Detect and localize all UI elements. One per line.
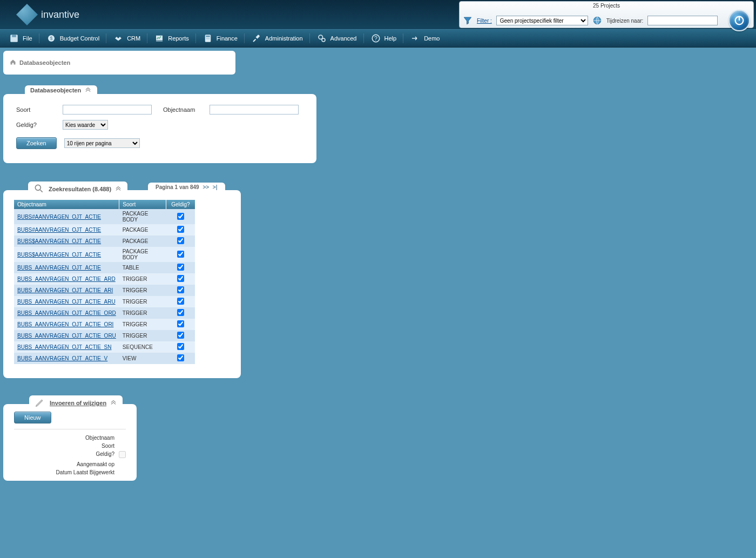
menu-demo[interactable]: Demo [403, 30, 446, 47]
svg-point-15 [322, 38, 325, 42]
edit-label-updated: Datum Laatst Bijgewerkt [14, 469, 114, 475]
rows-per-page-select[interactable]: 10 rijen per pagina [64, 138, 140, 148]
edit-label-created: Aangemaakt op [14, 461, 114, 467]
table-row: BUBS_AANVRAGEN_OJT_ACTIE_ARUTRIGGER [14, 296, 195, 307]
valid-checkbox [177, 320, 184, 327]
time-travel-input[interactable] [647, 16, 718, 25]
filter-panel: Databaseobjecten Soort Objectnaam Geldig… [3, 94, 316, 163]
type-cell: TRIGGER [119, 307, 166, 319]
power-button[interactable] [728, 10, 750, 31]
valid-checkbox [177, 298, 184, 305]
wrench-icon [251, 33, 262, 44]
collapse-icon[interactable] [85, 87, 91, 93]
object-link[interactable]: BUBS$AANVRAGEN_OJT_ACTIE [17, 238, 101, 244]
menu-file[interactable]: File [2, 30, 39, 47]
page-info: Pagina 1 van 849 [156, 184, 199, 190]
table-row: BUBS$AANVRAGEN_OJT_ACTIEPACKAGE [14, 236, 195, 247]
results-title: Zoekresultaten (8.488) [49, 186, 111, 192]
calculator-icon [202, 33, 213, 44]
object-link[interactable]: BUBS_AANVRAGEN_OJT_ACTIE_ORD [17, 310, 116, 316]
logo-icon [16, 4, 38, 25]
table-row: BUBS_AANVRAGEN_OJT_ACTIETABLE [14, 262, 195, 273]
results-table: Objectnaam Soort Geldig? BUBS#AANVRAGEN_… [14, 200, 195, 364]
menu-finance[interactable]: Finance [196, 30, 244, 47]
project-count: 25 Projects [463, 3, 750, 10]
page-next[interactable]: >> [202, 184, 209, 190]
search-button[interactable]: Zoeken [16, 137, 57, 149]
object-link[interactable]: BUBS_AANVRAGEN_OJT_ACTIE [17, 265, 101, 271]
valid-checkbox [177, 213, 184, 220]
svg-rect-4 [12, 35, 16, 37]
project-filter-select[interactable]: Geen projectspecifiek filter [496, 16, 588, 25]
col-objectnaam[interactable]: Objectnaam [14, 200, 119, 209]
edit-label-objectnaam: Objectnaam [14, 435, 114, 441]
input-objectnaam[interactable] [210, 105, 299, 115]
filter-panel-tab[interactable]: Databaseobjecten [25, 85, 97, 95]
valid-checkbox [177, 251, 184, 258]
object-link[interactable]: BUBS_AANVRAGEN_OJT_ACTIE_ORU [17, 333, 116, 339]
table-row: BUBS_AANVRAGEN_OJT_ACTIE_VVIEW [14, 353, 195, 364]
menu-label: Budget Control [60, 35, 99, 42]
object-link[interactable]: BUBS_AANVRAGEN_OJT_ACTIE_SN [17, 344, 112, 350]
menu-label: CRM [127, 35, 140, 42]
results-panel: Zoekresultaten (8.488) Pagina 1 van 849 … [3, 190, 241, 378]
arrow-icon [410, 33, 421, 44]
menu-crm[interactable]: CRM [106, 30, 147, 47]
menu-reports[interactable]: Reports [147, 30, 195, 47]
valid-checkbox [177, 332, 184, 339]
input-soort[interactable] [63, 105, 152, 115]
table-row: BUBS#AANVRAGEN_OJT_ACTIEPACKAGE BODY [14, 209, 195, 224]
menu-label: Administration [265, 35, 303, 42]
menu-label: Demo [424, 35, 440, 42]
page-last[interactable]: >| [213, 184, 218, 190]
menu-help[interactable]: ? Help [364, 30, 403, 47]
svg-text:?: ? [374, 35, 377, 42]
type-cell: TRIGGER [119, 330, 166, 341]
label-soort: Soort [16, 106, 54, 113]
results-panel-tab[interactable]: Zoekresultaten (8.488) [28, 181, 127, 197]
object-link[interactable]: BUBS_AANVRAGEN_OJT_ACTIE_ARI [17, 287, 113, 293]
edit-label-geldig: Geldig? [14, 451, 114, 459]
collapse-icon[interactable] [111, 400, 116, 406]
object-link[interactable]: BUBS#AANVRAGEN_OJT_ACTIE [17, 227, 101, 233]
menu-label: Finance [217, 35, 238, 42]
menu-label: Help [384, 35, 397, 42]
object-link[interactable]: BUBS_AANVRAGEN_OJT_ACTIE_ARD [17, 276, 116, 282]
valid-checkbox [177, 309, 184, 316]
type-cell: PACKAGE BODY [119, 209, 166, 224]
edit-geldig-checkbox [119, 451, 126, 458]
brand-text: invantive [41, 9, 79, 21]
svg-point-12 [207, 38, 208, 39]
menu-advanced[interactable]: Advanced [310, 30, 363, 47]
edit-title: Invoeren of wijzigen [50, 400, 106, 406]
col-soort[interactable]: Soort [119, 200, 166, 209]
filter-link[interactable]: Filter : [477, 18, 492, 24]
type-cell: TABLE [119, 262, 166, 273]
new-button[interactable]: Nieuw [14, 412, 51, 423]
brand-logo: invantive [0, 4, 79, 25]
select-geldig[interactable]: Kies waarde [63, 120, 108, 130]
menu-budget-control[interactable]: $ Budget Control [39, 30, 106, 47]
object-link[interactable]: BUBS_AANVRAGEN_OJT_ACTIE_ARU [17, 299, 116, 305]
type-cell: PACKAGE BODY [119, 247, 166, 262]
collapse-icon[interactable] [116, 186, 121, 192]
menu-administration[interactable]: Administration [245, 30, 309, 47]
object-link[interactable]: BUBS_AANVRAGEN_OJT_ACTIE_ORI [17, 321, 113, 327]
help-icon: ? [370, 33, 381, 44]
object-link[interactable]: BUBS#AANVRAGEN_OJT_ACTIE [17, 214, 101, 220]
svg-text:$: $ [50, 36, 52, 41]
col-geldig[interactable]: Geldig? [166, 200, 195, 209]
object-link[interactable]: BUBS$AANVRAGEN_OJT_ACTIE [17, 252, 101, 258]
type-cell: TRIGGER [119, 273, 166, 285]
object-link[interactable]: BUBS_AANVRAGEN_OJT_ACTIE_V [17, 355, 107, 361]
type-cell: TRIGGER [119, 319, 166, 330]
label-objectnaam: Objectnaam [163, 106, 201, 113]
edit-panel-tab[interactable]: Invoeren of wijzigen [29, 395, 123, 411]
menu-label: File [23, 35, 32, 42]
type-cell: SEQUENCE [119, 341, 166, 353]
pencil-icon [35, 397, 45, 409]
money-icon: $ [46, 33, 57, 44]
main-toolbar: File $ Budget Control CRM Reports Financ… [0, 29, 756, 48]
table-row: BUBS_AANVRAGEN_OJT_ACTIE_ORDTRIGGER [14, 307, 195, 319]
home-icon [10, 59, 16, 66]
